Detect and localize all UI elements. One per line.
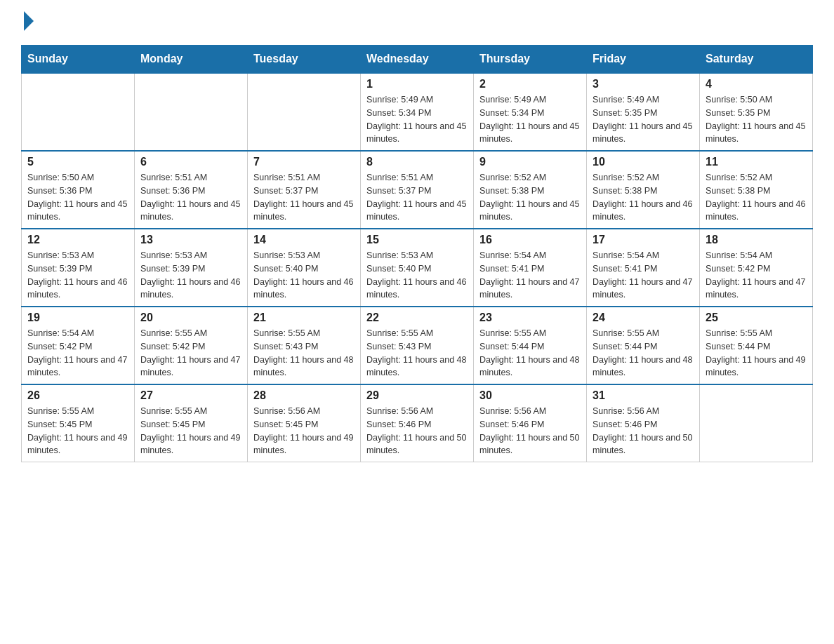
day-number: 1 [366,78,468,90]
day-number: 14 [253,234,355,246]
day-number: 17 [593,234,694,246]
calendar-cell: 5Sunrise: 5:50 AM Sunset: 5:36 PM Daylig… [22,151,135,229]
day-number: 29 [366,389,468,402]
day-number: 25 [706,311,807,324]
calendar-cell [135,73,248,151]
col-header-friday: Friday [587,46,700,74]
day-number: 26 [27,389,128,402]
day-number: 18 [706,234,807,246]
calendar-cell: 30Sunrise: 5:56 AM Sunset: 5:46 PM Dayli… [474,384,587,462]
day-number: 31 [593,389,694,402]
day-info: Sunrise: 5:51 AM Sunset: 5:37 PM Dayligh… [366,171,468,224]
calendar-cell: 31Sunrise: 5:56 AM Sunset: 5:46 PM Dayli… [587,384,700,462]
logo [21,14,34,31]
day-number: 2 [479,78,581,90]
calendar-cell: 25Sunrise: 5:55 AM Sunset: 5:44 PM Dayli… [700,307,813,384]
calendar-cell: 27Sunrise: 5:55 AM Sunset: 5:45 PM Dayli… [135,384,248,462]
page-header [21,14,813,31]
day-info: Sunrise: 5:56 AM Sunset: 5:46 PM Dayligh… [593,405,694,457]
day-info: Sunrise: 5:52 AM Sunset: 5:38 PM Dayligh… [593,171,694,224]
day-number: 19 [27,311,128,324]
day-info: Sunrise: 5:56 AM Sunset: 5:45 PM Dayligh… [253,405,355,457]
calendar-cell: 16Sunrise: 5:54 AM Sunset: 5:41 PM Dayli… [474,229,587,307]
calendar-cell: 3Sunrise: 5:49 AM Sunset: 5:35 PM Daylig… [587,73,700,151]
day-number: 12 [27,234,128,246]
day-info: Sunrise: 5:53 AM Sunset: 5:39 PM Dayligh… [27,249,128,302]
day-info: Sunrise: 5:55 AM Sunset: 5:43 PM Dayligh… [253,327,355,380]
day-number: 27 [140,389,241,402]
day-number: 5 [27,156,128,168]
col-header-saturday: Saturday [700,46,813,74]
calendar-cell: 4Sunrise: 5:50 AM Sunset: 5:35 PM Daylig… [700,73,813,151]
day-info: Sunrise: 5:55 AM Sunset: 5:43 PM Dayligh… [366,327,468,380]
day-info: Sunrise: 5:53 AM Sunset: 5:39 PM Dayligh… [140,249,241,302]
day-info: Sunrise: 5:53 AM Sunset: 5:40 PM Dayligh… [253,249,355,302]
day-number: 23 [479,311,581,324]
calendar-cell: 18Sunrise: 5:54 AM Sunset: 5:42 PM Dayli… [700,229,813,307]
calendar-cell: 6Sunrise: 5:51 AM Sunset: 5:36 PM Daylig… [135,151,248,229]
col-header-sunday: Sunday [22,46,135,74]
day-info: Sunrise: 5:49 AM Sunset: 5:35 PM Dayligh… [593,93,694,146]
calendar-week-row: 5Sunrise: 5:50 AM Sunset: 5:36 PM Daylig… [22,151,813,229]
day-info: Sunrise: 5:54 AM Sunset: 5:41 PM Dayligh… [593,249,694,302]
calendar-cell: 23Sunrise: 5:55 AM Sunset: 5:44 PM Dayli… [474,307,587,384]
calendar-week-row: 19Sunrise: 5:54 AM Sunset: 5:42 PM Dayli… [22,307,813,384]
day-info: Sunrise: 5:55 AM Sunset: 5:45 PM Dayligh… [140,405,241,457]
calendar-week-row: 26Sunrise: 5:55 AM Sunset: 5:45 PM Dayli… [22,384,813,462]
col-header-thursday: Thursday [474,46,587,74]
calendar-cell: 8Sunrise: 5:51 AM Sunset: 5:37 PM Daylig… [361,151,474,229]
day-info: Sunrise: 5:55 AM Sunset: 5:42 PM Dayligh… [140,327,241,380]
col-header-tuesday: Tuesday [248,46,361,74]
calendar-cell: 9Sunrise: 5:52 AM Sunset: 5:38 PM Daylig… [474,151,587,229]
calendar-cell: 29Sunrise: 5:56 AM Sunset: 5:46 PM Dayli… [361,384,474,462]
day-info: Sunrise: 5:54 AM Sunset: 5:42 PM Dayligh… [706,249,807,302]
day-number: 22 [366,311,468,324]
calendar-cell: 19Sunrise: 5:54 AM Sunset: 5:42 PM Dayli… [22,307,135,384]
calendar-cell: 11Sunrise: 5:52 AM Sunset: 5:38 PM Dayli… [700,151,813,229]
day-number: 10 [593,156,694,168]
day-info: Sunrise: 5:51 AM Sunset: 5:37 PM Dayligh… [253,171,355,224]
day-info: Sunrise: 5:51 AM Sunset: 5:36 PM Dayligh… [140,171,241,224]
day-number: 8 [366,156,468,168]
day-number: 7 [253,156,355,168]
calendar-cell: 17Sunrise: 5:54 AM Sunset: 5:41 PM Dayli… [587,229,700,307]
day-number: 15 [366,234,468,246]
day-info: Sunrise: 5:49 AM Sunset: 5:34 PM Dayligh… [479,93,581,146]
day-info: Sunrise: 5:55 AM Sunset: 5:44 PM Dayligh… [706,327,807,380]
calendar-cell: 28Sunrise: 5:56 AM Sunset: 5:45 PM Dayli… [248,384,361,462]
calendar-cell: 21Sunrise: 5:55 AM Sunset: 5:43 PM Dayli… [248,307,361,384]
calendar-header-row: SundayMondayTuesdayWednesdayThursdayFrid… [22,46,813,74]
calendar-cell: 10Sunrise: 5:52 AM Sunset: 5:38 PM Dayli… [587,151,700,229]
calendar-cell [22,73,135,151]
day-info: Sunrise: 5:56 AM Sunset: 5:46 PM Dayligh… [366,405,468,457]
calendar-cell: 2Sunrise: 5:49 AM Sunset: 5:34 PM Daylig… [474,73,587,151]
calendar-cell [248,73,361,151]
day-number: 3 [593,78,694,90]
day-number: 30 [479,389,581,402]
day-info: Sunrise: 5:52 AM Sunset: 5:38 PM Dayligh… [479,171,581,224]
day-info: Sunrise: 5:54 AM Sunset: 5:42 PM Dayligh… [27,327,128,380]
col-header-wednesday: Wednesday [361,46,474,74]
day-info: Sunrise: 5:55 AM Sunset: 5:44 PM Dayligh… [479,327,581,380]
day-number: 4 [706,78,807,90]
day-number: 13 [140,234,241,246]
day-number: 20 [140,311,241,324]
day-info: Sunrise: 5:50 AM Sunset: 5:35 PM Dayligh… [706,93,807,146]
calendar-cell: 7Sunrise: 5:51 AM Sunset: 5:37 PM Daylig… [248,151,361,229]
day-info: Sunrise: 5:49 AM Sunset: 5:34 PM Dayligh… [366,93,468,146]
day-number: 28 [253,389,355,402]
day-number: 16 [479,234,581,246]
day-info: Sunrise: 5:55 AM Sunset: 5:45 PM Dayligh… [27,405,128,457]
calendar-cell: 1Sunrise: 5:49 AM Sunset: 5:34 PM Daylig… [361,73,474,151]
calendar-cell: 15Sunrise: 5:53 AM Sunset: 5:40 PM Dayli… [361,229,474,307]
calendar-week-row: 12Sunrise: 5:53 AM Sunset: 5:39 PM Dayli… [22,229,813,307]
calendar-table: SundayMondayTuesdayWednesdayThursdayFrid… [21,45,813,462]
calendar-cell: 22Sunrise: 5:55 AM Sunset: 5:43 PM Dayli… [361,307,474,384]
day-number: 6 [140,156,241,168]
calendar-cell: 20Sunrise: 5:55 AM Sunset: 5:42 PM Dayli… [135,307,248,384]
calendar-week-row: 1Sunrise: 5:49 AM Sunset: 5:34 PM Daylig… [22,73,813,151]
day-info: Sunrise: 5:54 AM Sunset: 5:41 PM Dayligh… [479,249,581,302]
calendar-cell: 13Sunrise: 5:53 AM Sunset: 5:39 PM Dayli… [135,229,248,307]
day-info: Sunrise: 5:53 AM Sunset: 5:40 PM Dayligh… [366,249,468,302]
day-number: 11 [706,156,807,168]
